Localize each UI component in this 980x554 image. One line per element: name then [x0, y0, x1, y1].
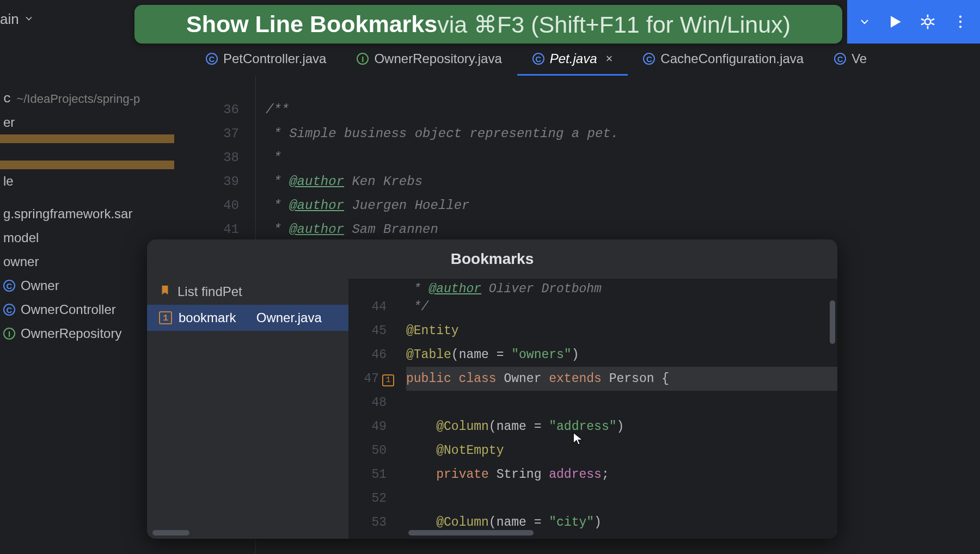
hint-thin: via ⌘F3 (Shift+F11 for Win/Linux) — [437, 11, 791, 38]
git-branch-selector[interactable]: ain — [0, 11, 34, 28]
bookmark-file: Owner.java — [256, 310, 322, 325]
run-config-chevron-icon[interactable] — [858, 15, 871, 28]
svg-marker-0 — [891, 16, 901, 27]
popup-title: Bookmarks — [147, 239, 837, 279]
svg-line-7 — [932, 23, 934, 25]
preview-code: * @author Oliver Drotbohm */@Entity@Tabl… — [397, 279, 837, 539]
svg-point-1 — [925, 19, 931, 25]
svg-line-6 — [921, 23, 924, 25]
branch-name: ain — [0, 11, 19, 28]
bookmarks-list[interactable]: List findPet1bookmark Owner.java — [147, 279, 348, 539]
editor-tab[interactable]: CCacheConfiguration.java — [628, 44, 819, 76]
tree-item[interactable] — [0, 193, 174, 202]
svg-point-8 — [959, 16, 961, 18]
tree-item[interactable] — [0, 143, 174, 152]
bookmark-mnemonic-icon: 1 — [159, 311, 172, 324]
tree-item-label: Owner — [21, 278, 59, 293]
interface-icon: I — [3, 328, 15, 340]
editor-tabs: CPetController.javaIOwnerRepository.java… — [191, 44, 980, 76]
svg-line-4 — [921, 19, 924, 21]
editor-tab[interactable]: IOwnerRepository.java — [341, 44, 517, 76]
tab-filename: PetController.java — [223, 51, 326, 66]
editor-tab[interactable]: CPetController.java — [191, 44, 341, 76]
preview-scrollbar-horizontal[interactable] — [408, 530, 534, 535]
tree-item-label: OwnerController — [21, 302, 116, 317]
tab-filename: Pet.java — [550, 51, 597, 66]
more-actions-button[interactable] — [952, 13, 969, 30]
tree-item[interactable]: g.springframework.sar — [0, 202, 174, 226]
hint-banner: Show Line Bookmarks via ⌘F3 (Shift+F11 f… — [134, 5, 842, 44]
class-icon: C — [532, 53, 544, 65]
tree-root-path: ~/IdeaProjects/spring-p — [16, 92, 140, 106]
tree-item[interactable]: le — [0, 169, 174, 193]
tree-item[interactable]: er — [0, 110, 174, 134]
editor-tab[interactable]: CPet.java× — [517, 44, 628, 76]
run-button[interactable] — [886, 13, 904, 30]
bookmark-label: bookmark — [179, 310, 236, 325]
preview-scrollbar-vertical[interactable] — [830, 300, 835, 344]
svg-point-10 — [959, 26, 961, 28]
class-icon: C — [643, 53, 655, 65]
tree-root-name: c — [3, 91, 11, 106]
bookmark-icon — [159, 284, 171, 299]
class-icon: C — [3, 280, 15, 292]
run-toolbar — [847, 0, 980, 44]
preview-gutter: 444546471484950515253 — [348, 279, 397, 539]
tree-root[interactable]: c ~/IdeaProjects/spring-p — [0, 87, 174, 110]
class-icon: C — [206, 53, 218, 65]
tree-item[interactable] — [0, 152, 174, 161]
class-icon: C — [3, 304, 15, 316]
tab-filename: Ve — [852, 51, 867, 66]
bookmarks-list-scrollbar[interactable] — [152, 530, 189, 535]
bookmark-item[interactable]: List findPet — [147, 279, 348, 305]
interface-icon: I — [357, 53, 369, 65]
bookmark-label: List findPet — [177, 284, 242, 299]
bookmark-preview[interactable]: 444546471484950515253 * @author Oliver D… — [348, 279, 837, 539]
tree-item-label: OwnerRepository — [21, 326, 121, 341]
chevron-down-icon — [23, 11, 34, 28]
hint-bold: Show Line Bookmarks — [186, 11, 437, 38]
bookmark-item[interactable]: 1bookmark Owner.java — [147, 305, 348, 331]
editor-tab[interactable]: CVe — [819, 44, 882, 76]
close-tab-icon[interactable]: × — [605, 52, 612, 66]
tree-item[interactable] — [0, 161, 174, 169]
tab-filename: OwnerRepository.java — [374, 51, 501, 66]
tab-filename: CacheConfiguration.java — [660, 51, 804, 66]
bookmarks-popup: Bookmarks List findPet1bookmark Owner.ja… — [147, 239, 837, 539]
tree-item[interactable] — [0, 134, 174, 143]
svg-line-5 — [932, 19, 934, 21]
class-icon: C — [834, 53, 846, 65]
svg-point-9 — [959, 21, 961, 23]
debug-button[interactable] — [919, 13, 936, 30]
